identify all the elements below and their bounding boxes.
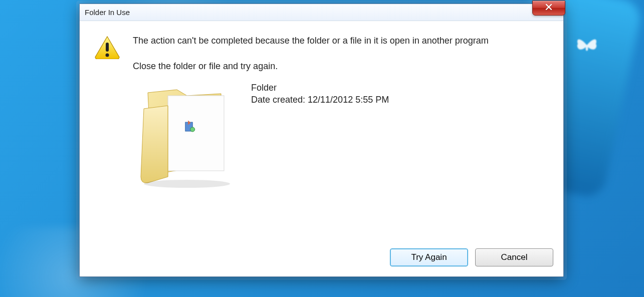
close-icon [545,3,553,13]
dialog-titlebar[interactable]: Folder In Use [80,4,563,21]
warning-icon [94,35,121,241]
instruction-text: Close the folder or file and try again. [133,61,549,72]
dialog-title: Folder In Use [85,8,130,17]
item-metadata: Folder Date created: 12/11/2012 5:55 PM [251,82,389,106]
cancel-button[interactable]: Cancel [475,248,553,266]
svg-point-1 [106,54,109,57]
dialog-button-row: Try Again Cancel [80,241,563,276]
folder-icon [133,79,238,189]
dialog-content: The action can't be completed because th… [80,21,563,241]
item-date-created: Date created: 12/11/2012 5:55 PM [251,94,389,106]
svg-point-4 [190,127,195,132]
svg-point-5 [144,180,230,188]
try-again-button[interactable]: Try Again [390,248,468,266]
butterfly-decoration [575,35,599,55]
folder-in-use-dialog: Folder In Use The action can't be comple… [79,4,564,277]
svg-rect-0 [106,43,109,52]
svg-rect-2 [168,96,224,171]
close-button[interactable] [532,1,565,16]
item-name: Folder [251,82,389,94]
error-message: The action can't be completed because th… [133,35,549,47]
